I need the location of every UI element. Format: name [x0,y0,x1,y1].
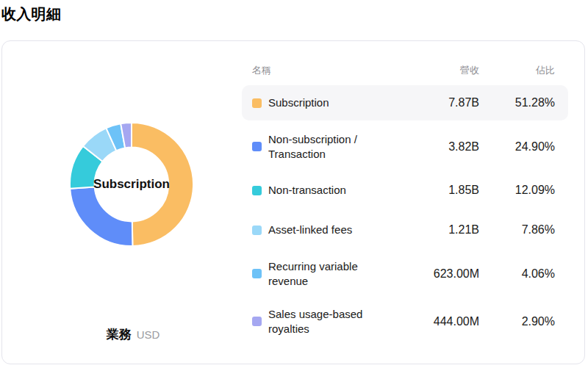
donut-slice[interactable] [70,187,132,246]
series-name: Recurring variable revenue [268,259,398,288]
series-color-swatch [252,186,262,195]
series-share: 12.09% [479,184,555,197]
dimension-label: 業務 [107,328,132,342]
series-color-swatch [252,98,262,108]
table-header-row: 名稱 營收 佔比 [242,63,568,78]
series-name: Sales usage-based royalties [268,307,398,336]
table-body: Subscription7.87B51.28%Non-subscription … [242,85,568,343]
donut-chart[interactable]: Subscription [58,111,205,258]
table-row[interactable]: Non-transaction1.85B12.09% [242,173,568,208]
revenue-breakdown-page: 收入明細 Subscription 業務USD 名稱 營收 佔比 Subscri… [0,0,588,368]
series-revenue: 1.21B [398,223,479,237]
column-header-name: 名稱 [252,64,398,77]
series-color-swatch [252,317,262,326]
series-color-swatch [252,142,262,151]
series-name: Non-transaction [268,183,398,198]
series-revenue: 623.00M [398,267,479,281]
series-color-swatch [252,226,262,235]
series-color-swatch [252,269,262,278]
series-share: 7.86% [479,223,555,237]
donut-center-label: Subscription [93,176,170,192]
series-revenue: 444.00M [398,315,479,328]
series-revenue: 3.82B [398,140,479,154]
table-row[interactable]: Recurring variable revenue623.00M4.06% [242,252,568,295]
revenue-card: Subscription 業務USD 名稱 營收 佔比 Subscription… [1,40,585,364]
series-name: Subscription [268,95,398,110]
breakdown-table: 名稱 營收 佔比 Subscription7.87B51.28%Non-subs… [242,41,584,364]
series-name: Non-subscription / Transaction [268,132,398,161]
chart-dimension: 業務USD [60,326,207,343]
chart-column: Subscription 業務USD [2,41,242,364]
table-row[interactable]: Sales usage-based royalties444.00M2.90% [242,300,568,343]
column-header-revenue: 營收 [398,64,479,77]
column-header-share: 佔比 [479,64,555,77]
series-revenue: 7.87B [398,96,479,109]
table-row[interactable]: Subscription7.87B51.28% [242,85,568,120]
page-title: 收入明細 [1,4,61,24]
series-revenue: 1.85B [398,184,479,197]
series-share: 4.06% [479,267,555,281]
series-share: 24.90% [479,140,555,154]
table-row[interactable]: Asset-linked fees1.21B7.86% [242,212,568,248]
table-row[interactable]: Non-subscription / Transaction3.82B24.90… [242,125,568,168]
series-share: 51.28% [479,96,555,109]
currency-label: USD [137,328,160,341]
series-share: 2.90% [479,315,555,328]
series-name: Asset-linked fees [268,223,398,237]
